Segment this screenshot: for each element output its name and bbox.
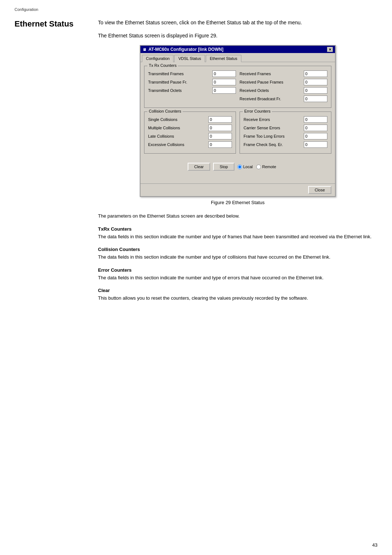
txrx-desc-heading: TxRx Counters bbox=[98, 226, 377, 232]
receive-errors-row: Receive Errors bbox=[244, 116, 327, 123]
single-collisions-row: Single Collisions bbox=[148, 116, 232, 123]
section-title: Ethernet Status bbox=[15, 19, 87, 302]
received-pause-input[interactable] bbox=[304, 79, 327, 85]
params-heading: The parameters on the Ethernet Status sc… bbox=[98, 212, 377, 220]
intro-text-1: To view the Ethernet Status screen, clic… bbox=[98, 19, 377, 27]
clear-section: Clear This button allows you to reset th… bbox=[98, 288, 377, 302]
window-footer: Close bbox=[140, 183, 335, 196]
single-collisions-label: Single Collisions bbox=[148, 117, 208, 122]
received-octets-label: Received Octets bbox=[240, 88, 304, 93]
txrx-group: Tx Rx Counters Transmitted Frames Transm… bbox=[144, 66, 331, 108]
multiple-collisions-label: Multiple Collisions bbox=[148, 126, 208, 130]
transmitted-pause-input[interactable] bbox=[212, 79, 236, 85]
received-frames-input[interactable] bbox=[304, 70, 327, 77]
collision-section: Collision Counters The data fields in th… bbox=[98, 247, 377, 261]
radio-remote[interactable] bbox=[256, 165, 261, 169]
window-title: AT-MC60x Configurator [link DOWN] bbox=[148, 47, 223, 52]
transmitted-frames-label: Transmitted Frames bbox=[148, 72, 212, 76]
frame-too-long-row: Frame Too Long Errors bbox=[244, 133, 327, 139]
close-icon[interactable]: ✕ bbox=[327, 47, 333, 52]
breadcrumb: Configuration bbox=[15, 7, 377, 12]
collision-desc-heading: Collision Counters bbox=[98, 247, 377, 252]
error-desc-text: The data fields in this section indicate… bbox=[98, 274, 377, 281]
single-collisions-input[interactable] bbox=[208, 116, 232, 123]
txrx-right-column: Received Frames Received Pause Frames Re… bbox=[240, 70, 327, 104]
transmitted-frames-row: Transmitted Frames bbox=[148, 70, 236, 77]
stop-button[interactable]: Stop bbox=[213, 163, 234, 171]
error-desc-heading: Error Counters bbox=[98, 267, 377, 273]
late-collisions-label: Late Collisions bbox=[148, 134, 208, 138]
radio-local-option[interactable]: Local bbox=[237, 165, 253, 169]
transmitted-octets-input[interactable] bbox=[212, 87, 236, 94]
received-octets-row: Received Octets bbox=[240, 87, 327, 94]
frame-check-label: Frame Check Seq. Er. bbox=[244, 142, 304, 147]
transmitted-octets-label: Transmitted Octets bbox=[148, 88, 212, 93]
receive-errors-label: Receive Errors bbox=[244, 117, 304, 122]
late-collisions-row: Late Collisions bbox=[148, 133, 232, 139]
window-tabs: Configuration VDSL Status Ethernet Statu… bbox=[140, 53, 335, 62]
radio-remote-label: Remote bbox=[262, 165, 276, 169]
collision-desc-text: The data fields in this section indicate… bbox=[98, 254, 377, 261]
intro-text-2: The Ethernet Status screen is displayed … bbox=[98, 32, 377, 40]
transmitted-pause-row: Transmitted Pause Fr. bbox=[148, 79, 236, 85]
excessive-collisions-label: Excessive Collisions bbox=[148, 142, 208, 147]
radio-group: Local Remote bbox=[237, 165, 276, 169]
figure-caption: Figure 29 Ethernet Status bbox=[98, 200, 377, 205]
late-collisions-input[interactable] bbox=[208, 133, 232, 139]
received-octets-input[interactable] bbox=[304, 87, 327, 94]
received-broadcast-input[interactable] bbox=[304, 96, 327, 102]
received-frames-label: Received Frames bbox=[240, 72, 304, 76]
transmitted-octets-row: Transmitted Octets bbox=[148, 87, 236, 94]
page-number: 43 bbox=[372, 542, 377, 548]
collision-group-title: Collision Counters bbox=[147, 109, 183, 113]
window-titlebar: 🖥 AT-MC60x Configurator [link DOWN] ✕ bbox=[140, 46, 335, 53]
frame-too-long-label: Frame Too Long Errors bbox=[244, 134, 304, 138]
radio-local[interactable] bbox=[237, 165, 242, 169]
collision-group: Collision Counters Single Collisions Mul… bbox=[144, 112, 236, 154]
txrx-desc-text: The data fields in this section indicate… bbox=[98, 233, 377, 240]
error-group: Error Counters Receive Errors Carrier Se… bbox=[240, 112, 331, 154]
frame-check-row: Frame Check Seq. Er. bbox=[244, 141, 327, 148]
excessive-collisions-input[interactable] bbox=[208, 141, 232, 148]
error-section: Error Counters The data fields in this s… bbox=[98, 267, 377, 281]
txrx-left-column: Transmitted Frames Transmitted Pause Fr.… bbox=[148, 70, 236, 104]
transmitted-frames-input[interactable] bbox=[212, 70, 236, 77]
txrx-section: TxRx Counters The data fields in this se… bbox=[98, 226, 377, 240]
close-button[interactable]: Close bbox=[308, 186, 331, 194]
received-pause-label: Received Pause Frames bbox=[240, 80, 304, 84]
txrx-group-title: Tx Rx Counters bbox=[147, 63, 178, 68]
tab-ethernet-status[interactable]: Ethernet Status bbox=[206, 55, 241, 62]
carrier-sense-input[interactable] bbox=[304, 125, 327, 131]
received-broadcast-row: Received Broadcast Fr. bbox=[240, 96, 327, 102]
tab-configuration[interactable]: Configuration bbox=[142, 55, 173, 62]
clear-desc-heading: Clear bbox=[98, 288, 377, 293]
carrier-sense-label: Carrier Sense Errors bbox=[244, 126, 304, 130]
clear-desc-text: This button allows you to reset the coun… bbox=[98, 295, 377, 302]
frame-too-long-input[interactable] bbox=[304, 133, 327, 139]
frame-check-input[interactable] bbox=[304, 141, 327, 148]
radio-local-label: Local bbox=[243, 165, 253, 169]
received-pause-row: Received Pause Frames bbox=[240, 79, 327, 85]
multiple-collisions-input[interactable] bbox=[208, 125, 232, 131]
received-frames-row: Received Frames bbox=[240, 70, 327, 77]
carrier-sense-row: Carrier Sense Errors bbox=[244, 125, 327, 131]
received-broadcast-label: Received Broadcast Fr. bbox=[240, 97, 304, 101]
excessive-collisions-row: Excessive Collisions bbox=[148, 141, 232, 148]
transmitted-pause-label: Transmitted Pause Fr. bbox=[148, 80, 212, 84]
multiple-collisions-row: Multiple Collisions bbox=[148, 125, 232, 131]
tab-vdsl-status[interactable]: VDSL Status bbox=[174, 55, 205, 62]
ethernet-status-window: 🖥 AT-MC60x Configurator [link DOWN] ✕ Co… bbox=[140, 45, 336, 197]
receive-errors-input[interactable] bbox=[304, 116, 327, 123]
error-group-title: Error Counters bbox=[243, 109, 272, 113]
radio-remote-option[interactable]: Remote bbox=[256, 165, 276, 169]
clear-button[interactable]: Clear bbox=[188, 163, 210, 171]
title-icon: 🖥 bbox=[143, 48, 146, 52]
